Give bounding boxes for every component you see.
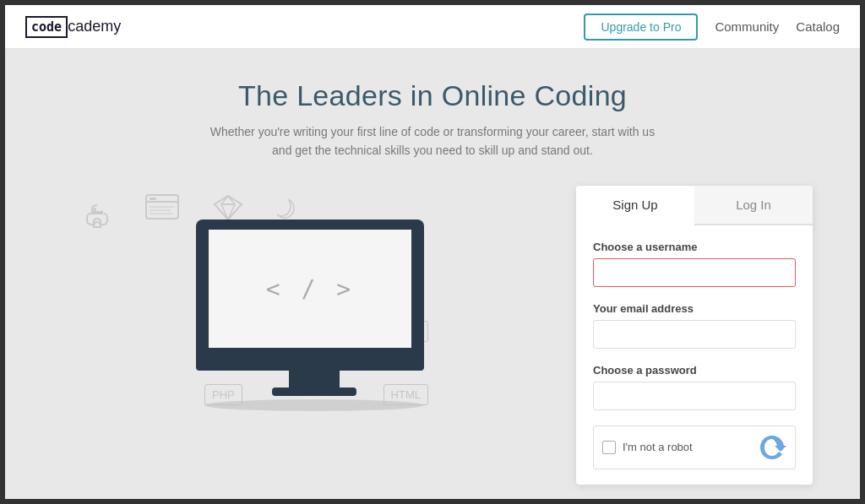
catalog-link[interactable]: Catalog [796,19,840,34]
password-group: Choose a password [593,364,796,422]
svg-rect-3 [150,198,156,200]
code-display: < / > [209,230,411,348]
recaptcha-checkbox[interactable] [602,441,616,454]
email-label: Your email address [593,302,796,315]
navbar: codecademy Upgrade to Pro Community Cata… [5,5,860,49]
php-label: PHP [204,384,242,405]
monitor-illustration: CSS PHP JS HTML < / > [196,219,432,411]
monitor-base [196,359,424,371]
signup-panel: Sign Up Log In Choose a username Your em… [576,186,813,485]
logo-code: code [25,16,68,38]
tab-login[interactable]: Log In [694,186,813,224]
illustration-area: CSS PHP JS HTML < / > [52,186,576,439]
tab-signup[interactable]: Sign Up [576,186,694,225]
recaptcha-label: I'm not a robot [623,441,693,453]
username-input[interactable] [593,258,796,287]
signup-form: Choose a username Your email address Cho… [576,225,813,485]
upgrade-to-pro-button[interactable]: Upgrade to Pro [584,14,698,41]
username-group: Choose a username [593,241,796,299]
password-input[interactable] [593,382,796,410]
username-label: Choose a username [593,241,796,253]
nav-right: Upgrade to Pro Community Catalog [584,14,840,41]
two-column-layout: CSS PHP JS HTML < / > Sign Up L [52,186,813,485]
logo-cademy: cademy [68,18,121,35]
svg-marker-8 [221,196,235,204]
community-link[interactable]: Community [715,19,779,34]
recaptcha-widget: I'm not a robot [593,425,796,469]
browser-icon [145,194,179,225]
email-input[interactable] [593,320,796,349]
svg-point-0 [93,208,96,211]
monitor-stand [289,371,340,387]
hero-section: The Leaders in Online Coding Whether you… [210,79,655,160]
html-label: HTML [384,384,428,405]
monitor-screen: < / > [196,219,424,359]
password-label: Choose a password [593,364,796,377]
auth-tabs: Sign Up Log In [576,186,813,225]
logo: codecademy [25,16,121,38]
email-group: Your email address [593,302,796,360]
svg-marker-7 [215,196,242,219]
main-content: The Leaders in Online Coding Whether you… [5,49,860,501]
hero-subtitle: Whether you're writing your first line o… [210,122,655,160]
monitor-foot [272,387,356,396]
hero-title: The Leaders in Online Coding [210,79,655,112]
recaptcha-logo [758,433,786,462]
python-icon [82,198,112,235]
recaptcha-left: I'm not a robot [602,441,693,454]
